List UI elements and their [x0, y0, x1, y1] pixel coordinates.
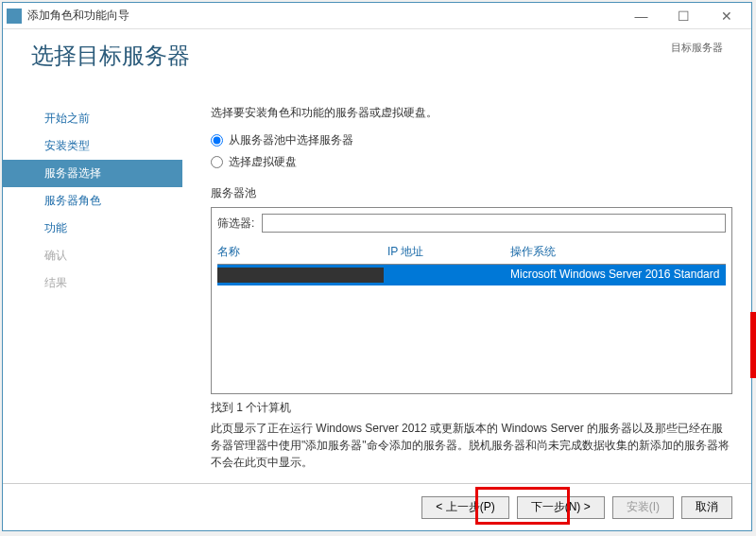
install-button: 安装(I) — [612, 496, 674, 519]
close-button[interactable]: ✕ — [705, 3, 747, 29]
page-title: 选择目标服务器 — [31, 41, 190, 71]
cell-ip — [387, 268, 510, 283]
wizard-window: 添加角色和功能向导 — ☐ ✕ 选择目标服务器 目标服务器 开始之前 安装类型 … — [2, 2, 752, 531]
instruction-text: 选择要安装角色和功能的服务器或虚拟硬盘。 — [211, 105, 732, 121]
radio-from-pool-label: 从服务器池中选择服务器 — [229, 132, 353, 148]
window-title: 添加角色和功能向导 — [27, 8, 620, 24]
column-header-name[interactable]: 名称 — [217, 244, 387, 260]
titlebar: 添加角色和功能向导 — ☐ ✕ — [3, 3, 751, 29]
radio-from-pool[interactable] — [211, 134, 223, 147]
sidebar-item-server-selection[interactable]: 服务器选择 — [3, 160, 182, 187]
source-radio-group: 从服务器池中选择服务器 选择虚拟硬盘 — [211, 132, 732, 170]
main-panel: 选择要安装角色和功能的服务器或虚拟硬盘。 从服务器池中选择服务器 选择虚拟硬盘 … — [182, 97, 751, 474]
sidebar-item-results: 结果 — [3, 269, 182, 297]
sidebar-item-server-roles[interactable]: 服务器角色 — [3, 187, 182, 215]
radio-select-vhd[interactable] — [211, 156, 223, 168]
sidebar-item-features[interactable]: 功能 — [3, 215, 182, 242]
target-server-label: 目标服务器 — [671, 41, 723, 55]
column-header-os[interactable]: 操作系统 — [510, 244, 726, 260]
server-table: 名称 IP 地址 操作系统 Microsoft Windows Server 2… — [217, 240, 726, 388]
description-text: 此页显示了正在运行 Windows Server 2012 或更新版本的 Win… — [211, 420, 732, 471]
sidebar-item-install-type[interactable]: 安装类型 — [3, 132, 182, 160]
app-icon — [7, 9, 22, 24]
filter-input[interactable] — [262, 214, 726, 233]
sidebar-item-before-begin[interactable]: 开始之前 — [3, 105, 182, 132]
cell-os: Microsoft Windows Server 2016 Standard — [510, 268, 726, 283]
found-count-label: 找到 1 个计算机 — [211, 400, 732, 416]
wizard-steps-sidebar: 开始之前 安装类型 服务器选择 服务器角色 功能 确认 结果 — [3, 97, 182, 474]
column-header-ip[interactable]: IP 地址 — [387, 244, 510, 260]
wizard-footer: < 上一步(P) 下一步(N) > 安装(I) 取消 — [3, 483, 751, 530]
maximize-button[interactable]: ☐ — [662, 3, 705, 29]
next-button[interactable]: 下一步(N) > — [517, 496, 605, 519]
server-pool-box: 筛选器: 名称 IP 地址 操作系统 Microsoft Windows Ser… — [211, 207, 732, 394]
cancel-button[interactable]: 取消 — [681, 496, 732, 519]
previous-button[interactable]: < 上一步(P) — [421, 496, 508, 519]
minimize-button[interactable]: — — [620, 3, 662, 29]
cell-name — [217, 268, 384, 283]
radio-select-vhd-label: 选择虚拟硬盘 — [229, 154, 297, 170]
filter-label: 筛选器: — [217, 216, 254, 232]
server-pool-label: 服务器池 — [211, 185, 732, 201]
annotation-edge — [750, 312, 756, 378]
table-row[interactable]: Microsoft Windows Server 2016 Standard — [217, 265, 726, 285]
sidebar-item-confirm: 确认 — [3, 242, 182, 269]
